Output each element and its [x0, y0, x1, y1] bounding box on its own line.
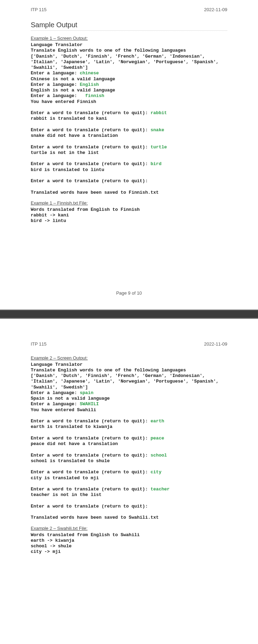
example2-screen-heading: Example 2 – Screen Output: [31, 355, 227, 361]
page-header: ITP 115 2022-11-09 [31, 7, 227, 12]
user-input: chinese [80, 71, 99, 76]
page-date: 2022-11-09 [204, 7, 228, 12]
example2-file-heading: Example 2 – Swahili.txt File: [31, 526, 227, 531]
course-code: ITP 115 [31, 341, 46, 347]
user-input: city [150, 469, 161, 475]
course-code: ITP 115 [31, 7, 46, 12]
section-rule [31, 30, 227, 31]
section-title: Sample Output [31, 21, 227, 29]
page-footer: Page 9 of 10 [31, 290, 227, 296]
user-input: earth [150, 419, 164, 424]
user-input: SWAHILI [80, 401, 99, 407]
user-input: school [150, 453, 167, 458]
user-input: peace [150, 436, 164, 441]
user-input: turtle [150, 145, 167, 150]
user-input: spain [80, 390, 93, 395]
example1-file-heading: Example 1 – Finnish.txt File: [31, 200, 227, 206]
example1-file-output: Words translated from English to Finnish… [31, 207, 227, 224]
user-input: finnish [80, 93, 104, 98]
page-10: ITP 115 2022-11-09 Example 2 – Screen Ou… [15, 319, 243, 574]
example1-screen-heading: Example 1 – Screen Output: [31, 36, 227, 41]
page-9: ITP 115 2022-11-09 Sample Output Example… [15, 0, 243, 310]
page-separator [0, 310, 258, 319]
user-input: bird [150, 161, 161, 166]
page-header: ITP 115 2022-11-09 [31, 341, 227, 347]
page-date: 2022-11-09 [204, 341, 228, 347]
example2-screen-output: Language Translator Translate English wo… [31, 362, 227, 521]
user-input: English [80, 82, 99, 87]
user-input: rabbit [150, 110, 167, 116]
user-input: teacher [150, 487, 170, 492]
example2-file-output: Words translated from English to Swahili… [31, 532, 227, 555]
example1-screen-output: Language Translator Translate English wo… [31, 42, 227, 195]
user-input: snake [150, 127, 164, 133]
